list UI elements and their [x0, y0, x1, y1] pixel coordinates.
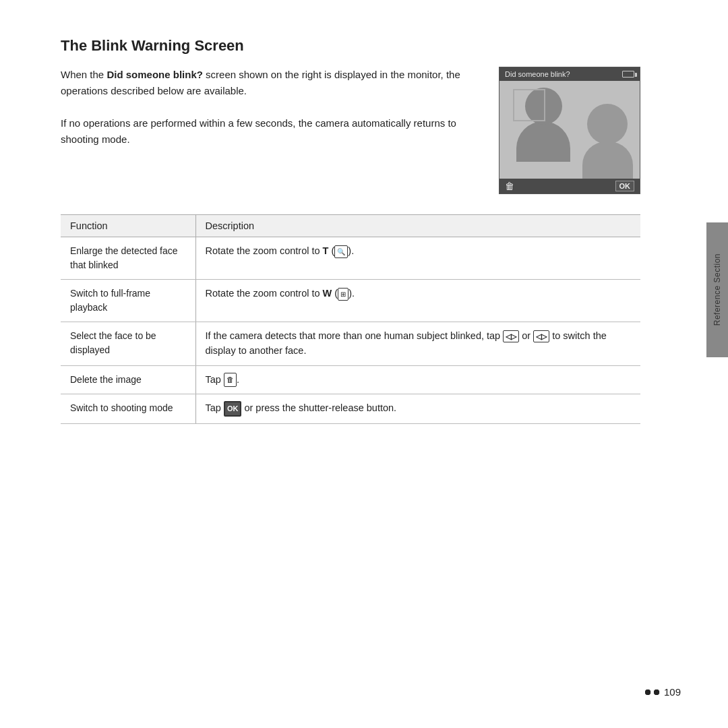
intro-para-1: When the Did someone blink? screen shown… [61, 67, 479, 99]
ok-tap-icon: OK [224, 401, 242, 417]
second-person-body [582, 142, 633, 179]
page-title: The Blink Warning Screen [61, 37, 640, 55]
function-cell: Switch to shooting mode [61, 394, 195, 424]
second-person [587, 104, 633, 179]
zoom-w-icon: ⊞ [338, 288, 348, 301]
side-tab: Reference Section [706, 222, 728, 357]
second-person-head [587, 104, 628, 144]
info-table: Function Description Enlarge the detecte… [61, 214, 640, 424]
side-tab-label: Reference Section [712, 253, 722, 326]
page-number: 109 [664, 686, 681, 698]
camera-header: Did someone blink? [499, 67, 640, 81]
intro-section: When the Did someone blink? screen shown… [61, 67, 640, 194]
description-cell: Tap 🗑. [195, 365, 640, 394]
face-detection-box [513, 89, 545, 121]
trash-tap-icon: 🗑 [224, 373, 237, 387]
function-cell: Select the face to be displayed [61, 322, 195, 366]
zoom-w-label: W [323, 288, 332, 299]
description-cell: Tap OK or press the shutter-release butt… [195, 394, 640, 424]
function-cell: Enlarge the detected face that blinked [61, 237, 195, 280]
trash-icon: 🗑 [505, 181, 514, 191]
intro-text: When the Did someone blink? screen shown… [61, 67, 479, 148]
zoom-t-label: T [323, 245, 329, 256]
bold-phrase: Did someone blink? [107, 69, 203, 80]
description-cell: If the camera detects that more than one… [195, 322, 640, 366]
page-number-icon: ⏺⏺ [644, 687, 661, 697]
camera-screen: Did someone blink? 🗑 OK [499, 67, 640, 194]
face-select-right-icon: ◁▷ [533, 330, 549, 342]
description-cell: Rotate the zoom control to T (🔍). [195, 237, 640, 280]
main-person-body [516, 121, 570, 162]
zoom-t-icon: 🔍 [334, 245, 348, 258]
table-row: Switch to full-frame playback Rotate the… [61, 280, 640, 322]
intro-para-2: If no operations are performed within a … [61, 115, 479, 148]
table-header-row: Function Description [61, 215, 640, 237]
col-function-header: Function [61, 215, 195, 237]
col-description-header: Description [195, 215, 640, 237]
table-row: Select the face to be displayed If the c… [61, 322, 640, 366]
page-content: The Blink Warning Screen When the Did so… [0, 0, 688, 451]
battery-icon [622, 71, 634, 78]
camera-body [499, 81, 640, 179]
camera-footer: 🗑 OK [499, 179, 640, 193]
function-cell: Delete the image [61, 365, 195, 394]
table-row: Switch to shooting mode Tap OK or press … [61, 394, 640, 424]
face-select-left-icon: ◁▷ [503, 330, 519, 342]
table-row: Enlarge the detected face that blinked R… [61, 237, 640, 280]
camera-header-text: Did someone blink? [505, 70, 570, 78]
page-number-area: ⏺⏺ 109 [644, 686, 681, 698]
table-row: Delete the image Tap 🗑. [61, 365, 640, 394]
description-cell: Rotate the zoom control to W (⊞). [195, 280, 640, 322]
ok-button-screen: OK [615, 181, 635, 191]
function-cell: Switch to full-frame playback [61, 280, 195, 322]
